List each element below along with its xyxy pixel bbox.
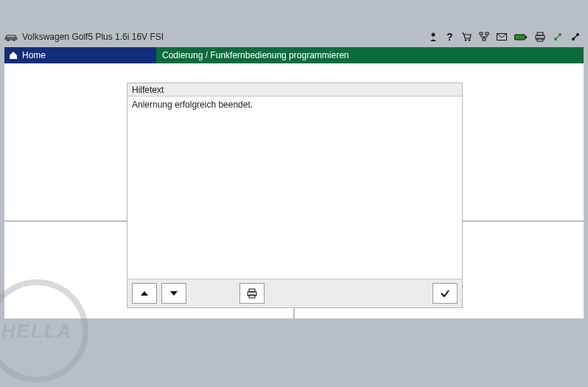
vehicle-label: Volkswagen Golf5 Plus 1.6i 16V FSI <box>22 32 164 42</box>
svg-text:?: ? <box>447 32 453 42</box>
panel-toolbar <box>127 279 462 307</box>
svg-rect-12 <box>525 36 527 38</box>
chevron-down-icon <box>169 290 178 297</box>
connection-device-icon[interactable] <box>570 32 581 42</box>
up-button[interactable] <box>132 283 157 304</box>
confirm-button[interactable] <box>433 283 458 304</box>
home-label: Home <box>22 50 46 60</box>
home-icon <box>9 51 18 60</box>
header-bars: Home Codierung / Funkfernbedienung progr… <box>4 47 584 63</box>
svg-point-2 <box>13 39 15 41</box>
page-title: Codierung / Funkfernbedienung programmie… <box>162 50 349 60</box>
svg-point-3 <box>432 33 435 37</box>
battery-icon[interactable] <box>514 33 528 41</box>
vehicle-row: Volkswagen Golf5 Plus 1.6i 16V FSI <box>4 32 164 42</box>
print-button[interactable] <box>239 283 265 304</box>
top-status-bar: Volkswagen Golf5 Plus 1.6i 16V FSI ? <box>4 28 584 46</box>
title-bar: Codierung / Funkfernbedienung programmie… <box>156 47 584 63</box>
cart-icon[interactable] <box>461 32 472 42</box>
person-icon[interactable] <box>429 32 438 42</box>
mail-icon[interactable] <box>497 33 507 41</box>
help-icon[interactable]: ? <box>445 32 454 42</box>
panel-header: Hilfetext <box>127 83 462 97</box>
diag-tree-icon[interactable] <box>479 32 489 42</box>
print-icon[interactable] <box>535 32 545 42</box>
svg-rect-11 <box>515 35 525 40</box>
svg-point-6 <box>469 39 470 41</box>
chevron-up-icon <box>140 290 149 297</box>
svg-rect-8 <box>486 32 489 35</box>
top-icons: ? <box>429 32 584 42</box>
down-button[interactable] <box>161 283 186 304</box>
svg-rect-20 <box>249 289 255 292</box>
check-icon <box>440 288 450 299</box>
svg-point-1 <box>7 39 10 41</box>
svg-point-5 <box>465 39 466 41</box>
home-bar[interactable]: Home <box>4 47 156 63</box>
car-icon <box>4 32 18 41</box>
svg-rect-13 <box>537 32 543 35</box>
panel-body: Anlernung erfolgreich beendet. <box>127 97 462 279</box>
connection-ok-icon[interactable] <box>553 32 563 42</box>
brand-text: HELLA <box>1 320 73 343</box>
svg-rect-7 <box>480 32 483 35</box>
help-panel: Hilfetext Anlernung erfolgreich beendet. <box>127 83 463 308</box>
print-icon <box>247 288 257 299</box>
svg-rect-9 <box>483 38 486 41</box>
